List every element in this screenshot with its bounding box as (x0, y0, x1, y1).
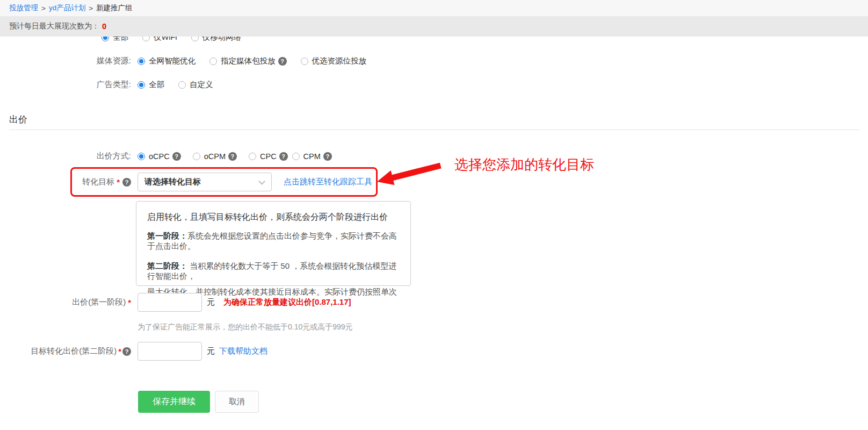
ocpc-help-icon[interactable]: ? (172, 152, 181, 161)
bid-stages-info-box: 启用转化，且填写目标转化出价，则系统会分两个阶段进行出价 第一阶段：系统会先根据… (136, 201, 411, 286)
help-doc-download-link[interactable]: 下载帮助文档 (219, 346, 267, 356)
media-resource-label: 媒体资源: (0, 56, 131, 66)
radio-label: 全部 (149, 80, 164, 90)
second-stage-bid-label: 目标转化出价(第二阶段) * ? (0, 346, 131, 356)
radio-ocpm[interactable]: oCPM ? (193, 152, 237, 161)
media-resource-row: 媒体资源: 全网智能优化 指定媒体包投放 ? 优选资源位投放 (0, 56, 380, 66)
chevron-down-icon (258, 178, 265, 185)
conversion-goal-help-icon[interactable]: ? (122, 178, 131, 187)
bid-limit-note: 为了保证广告能正常展示，您的出价不能低于0.10元或高于999元 (138, 322, 353, 332)
breadcrumb-link-plan[interactable]: yd产品计划 (49, 3, 85, 13)
radio-label: 全网智能优化 (149, 56, 196, 66)
radio-cpc[interactable]: CPC ? (249, 152, 288, 161)
daily-impressions-bar: 预计每日最大展现次数为： 0 (0, 16, 868, 37)
radio-icon (249, 153, 256, 160)
daily-impressions-label: 预计每日最大展现次数为： (9, 22, 99, 31)
required-asterisk: * (128, 298, 131, 307)
cpm-help-icon[interactable]: ? (323, 152, 332, 161)
form-actions: 保存并继续 取消 (138, 391, 259, 413)
ad-group-creation-page: 投放管理 > yd产品计划 > 新建推广组 预计每日最大展现次数为： 0 全部 … (0, 0, 868, 430)
radio-cpm[interactable]: CPM ? (292, 152, 332, 161)
required-asterisk: * (118, 347, 121, 356)
conversion-tracking-link[interactable]: 点击跳转至转化跟踪工具 (284, 177, 372, 187)
first-stage-bid-input[interactable] (138, 293, 202, 312)
radio-icon (301, 58, 308, 65)
info-box-stage2-line: 第二阶段： 当积累的转化数大于等于 50 ，系统会根据转化预估模型进行智能出价， (147, 261, 400, 281)
radio-label: 优选资源位投放 (312, 56, 367, 66)
second-stage-help-icon[interactable]: ? (122, 347, 131, 356)
radio-label: 自定义 (190, 80, 213, 90)
radio-label: oCPM (204, 152, 226, 161)
breadcrumb-separator: > (41, 4, 46, 12)
breadcrumb: 投放管理 > yd产品计划 > 新建推广组 (0, 0, 868, 16)
conversion-goal-select[interactable]: 请选择转化目标 (138, 173, 272, 191)
radio-icon (178, 81, 186, 89)
required-asterisk: * (117, 177, 120, 187)
stage1-label: 第一阶段： (147, 231, 187, 240)
radio-media-package[interactable]: 指定媒体包投放 ? (209, 56, 287, 66)
label-text: 转化目标 (82, 177, 114, 187)
breadcrumb-current-new-ad-group: 新建推广组 (96, 3, 133, 13)
stage2-label: 第二阶段： (147, 261, 187, 270)
second-stage-bid-input[interactable] (138, 342, 202, 361)
radio-smart-optimization[interactable]: 全网智能优化 (138, 56, 196, 66)
cpc-help-icon[interactable]: ? (279, 152, 288, 161)
save-continue-button[interactable]: 保存并继续 (138, 391, 210, 413)
unit-yuan: 元 (207, 346, 215, 356)
radio-icon (292, 153, 300, 160)
radio-icon (209, 58, 217, 65)
info-box-stage1-line: 第一阶段：系统会先根据您设置的点击出价参与竞争，实际计费不会高于点击出价。 (147, 231, 400, 251)
annotation-text: 选择您添加的转化目标 (454, 155, 594, 174)
radio-label: oCPC (149, 152, 170, 161)
media-package-help-icon[interactable]: ? (278, 57, 287, 66)
first-stage-bid-row: 出价(第一阶段) * 元 为确保正常放量建议出价[0.87,1.17] (0, 293, 351, 312)
radio-selected-icon (138, 58, 145, 65)
breadcrumb-separator: > (89, 4, 93, 12)
bid-section-title: 出价 (9, 113, 27, 126)
cancel-button[interactable]: 取消 (215, 391, 259, 413)
info-box-title: 启用转化，且填写目标转化出价，则系统会分两个阶段进行出价 (147, 212, 400, 223)
label-text: 出价(第一阶段) (72, 297, 126, 307)
radio-label: CPC (260, 152, 277, 161)
second-stage-bid-row: 目标转化出价(第二阶段) * ? 元 下载帮助文档 (0, 342, 267, 361)
ocpm-help-icon[interactable]: ? (228, 152, 237, 161)
conversion-goal-row: 转化目标 * ? 请选择转化目标 点击跳转至转化跟踪工具 (0, 167, 372, 197)
radio-selected-icon (138, 81, 145, 89)
conversion-goal-label: 转化目标 * ? (0, 177, 131, 187)
radio-ocpc[interactable]: oCPC ? (138, 152, 181, 161)
bid-method-label: 出价方式: (0, 151, 131, 161)
bid-range-hint: 为确保正常放量建议出价[0.87,1.17] (223, 297, 351, 307)
label-text: 目标转化出价(第二阶段) (31, 346, 117, 356)
select-placeholder: 请选择转化目标 (144, 177, 201, 187)
daily-impressions-value: 0 (102, 22, 106, 31)
radio-preferred-placement[interactable]: 优选资源位投放 (301, 56, 367, 66)
unit-yuan: 元 (207, 297, 215, 307)
ad-type-label: 广告类型: (0, 80, 131, 90)
bid-method-row: 出价方式: oCPC ? oCPM ? CPC ? CPM ? (0, 151, 332, 161)
radio-label: CPM (303, 152, 321, 161)
first-stage-bid-label: 出价(第一阶段) * (0, 297, 131, 307)
radio-ad-type-custom[interactable]: 自定义 (178, 80, 213, 90)
radio-ad-type-all[interactable]: 全部 (138, 80, 164, 90)
breadcrumb-link-delivery-management[interactable]: 投放管理 (9, 3, 38, 13)
ad-type-row: 广告类型: 全部 自定义 (0, 80, 227, 90)
annotation-arrow-left-icon (376, 162, 443, 187)
radio-label: 指定媒体包投放 (221, 56, 276, 66)
radio-icon (193, 153, 200, 160)
radio-selected-icon (138, 153, 145, 160)
section-divider (9, 130, 859, 130)
